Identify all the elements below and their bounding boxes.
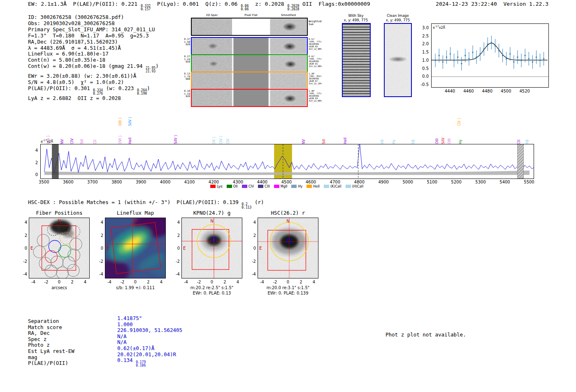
cutout-x-axis: -4-2024 bbox=[105, 280, 166, 285]
tick-label: 0 bbox=[253, 246, 256, 251]
emission-line-label: OIII bbox=[448, 139, 451, 144]
fiber-id-label: 1.30" (499, 775) 20190302 v028_03 314_LU… bbox=[309, 90, 322, 102]
weighted-sum-label: Weighted Sum bbox=[309, 20, 321, 26]
emission-line-labels: OIII }SiIV }CIII }LyA }NVCIVSiIICIIOVI }… bbox=[40, 106, 533, 144]
north-label: N bbox=[58, 219, 60, 223]
tick-label: 4 bbox=[35, 148, 38, 153]
emission-line-label: CIV bbox=[70, 139, 74, 144]
emission-line-label: Hγ bbox=[392, 139, 396, 144]
tick-label: 4 bbox=[177, 220, 180, 225]
spec2d-col-header: Smoothed bbox=[270, 14, 307, 17]
east-label: E bbox=[30, 246, 33, 251]
tick-label: -0.5 bbox=[420, 82, 429, 87]
legend-swatch bbox=[227, 185, 232, 188]
tick-label: 4 bbox=[253, 220, 256, 225]
info-line: LyA z = 2.6882 OII z = 0.2028 bbox=[28, 95, 159, 102]
line-fit-y-axis: 3.02.52.01.51.00.50.0-0.5 bbox=[416, 23, 430, 88]
emission-line-label: SiII bbox=[322, 139, 326, 144]
cutout-y-axis: 420-2-4 bbox=[98, 218, 104, 278]
tick-label: -2 bbox=[23, 259, 27, 263]
legend-item: CIV bbox=[242, 185, 254, 188]
emission-line-label: OIII } bbox=[118, 117, 122, 126]
tick-label: 4 bbox=[84, 280, 86, 284]
cutout-y-axis: 420-2-4 bbox=[250, 218, 257, 278]
cutout-y-axis: 420-2-4 bbox=[21, 218, 28, 278]
legend-item: OII bbox=[227, 185, 238, 188]
east-label: E bbox=[259, 246, 262, 251]
full-spectrum-plot bbox=[40, 144, 534, 179]
info-line: Cont(n) = 5.80(±0.35)e-18 bbox=[28, 57, 159, 63]
emission-line-label: Hβ bbox=[525, 139, 529, 144]
cutout-xlabel2: EWr: 0. PLAE: 0.13 bbox=[173, 291, 251, 295]
legend-item: MgII bbox=[274, 185, 288, 188]
tick-label: -2 bbox=[121, 280, 125, 284]
legend-swatch bbox=[307, 185, 312, 188]
emission-line-label: NV bbox=[60, 139, 64, 144]
cutout-x-axis: -4-2024 bbox=[258, 280, 318, 285]
tick-label: -2 bbox=[176, 259, 180, 263]
tick-label: 0 bbox=[101, 246, 103, 251]
summary-header: EW: 2.1±1.3Å P(LAE)/P(OII): 0.221 0.3320… bbox=[28, 1, 370, 11]
tick-label: -4 bbox=[31, 280, 35, 284]
tick-label: 0.0 bbox=[422, 74, 429, 79]
tick-label: 2 bbox=[253, 233, 256, 237]
fiber-weight-label: 0.37 1.58 028 bbox=[181, 38, 190, 46]
emission-line-label: NV bbox=[302, 139, 306, 144]
spec2d-summary-row bbox=[191, 18, 308, 36]
legend-item: Hγ bbox=[291, 185, 302, 188]
tick-label: 4480 bbox=[482, 89, 492, 93]
emission-line-label: OVI } bbox=[118, 135, 122, 144]
legend-swatch bbox=[274, 185, 279, 188]
match-row-value: 0.134 0.1790.106 bbox=[117, 357, 146, 367]
tick-label: 0 bbox=[58, 280, 60, 284]
north-label: N bbox=[286, 219, 289, 223]
emission-line-label: HeII bbox=[344, 137, 347, 144]
tick-label: 0 bbox=[211, 280, 213, 284]
tick-label: -4 bbox=[107, 280, 111, 284]
spectrum-legend: LyαOIICIVCIIIMgIIHγHeII(K)CaII(H)CaII bbox=[40, 184, 533, 189]
tick-label: -4 bbox=[99, 272, 103, 276]
east-label: E bbox=[107, 246, 109, 251]
hsc-r-cutout: N E bbox=[258, 218, 318, 278]
legend-swatch bbox=[346, 185, 351, 188]
emission-line-label: CII bbox=[93, 140, 97, 144]
info-line: Obs: 20190302v028_3002676258 bbox=[28, 21, 159, 27]
legend-swatch bbox=[291, 185, 297, 188]
fiber-weight-label: 0.13 1.79 008 bbox=[181, 72, 190, 81]
flux-units-label: e-17x2Å bbox=[41, 139, 53, 144]
east-label: E bbox=[183, 246, 186, 251]
tick-label: 4 bbox=[25, 220, 27, 225]
info-line: Primary Spec_Slot_IFU_AMP: 314_027_011_L… bbox=[28, 27, 159, 33]
emission-line-label: Hβ bbox=[411, 139, 415, 144]
flux-units-label: e-17x2Å bbox=[433, 25, 445, 30]
tick-label: 0.5 bbox=[422, 66, 429, 70]
tick-label: 0 bbox=[25, 246, 27, 251]
tick-label: 0 bbox=[35, 172, 38, 177]
fiber-positions-cutout: N E bbox=[29, 218, 90, 278]
with-sky-image bbox=[342, 23, 371, 97]
tick-label: 2 bbox=[71, 280, 73, 284]
tick-label: 2 bbox=[101, 233, 103, 237]
info-line: λ = 4483.69Å σ = 4.51(±1.45)Å bbox=[28, 45, 159, 51]
tick-label: -4 bbox=[23, 272, 27, 276]
tick-label: 4 bbox=[313, 280, 315, 284]
legend-swatch bbox=[242, 185, 247, 188]
line-fit-x-axis: 44404460448045004520 bbox=[431, 89, 549, 94]
tick-label: -2 bbox=[44, 280, 49, 284]
fiber-id-label: 1.28" (502, 952) 20190302 v028_07 314_LU… bbox=[309, 72, 322, 85]
spec2d-fiber-row bbox=[191, 37, 308, 55]
info-line: LineFlux = 6.90(±1.80)e-17 bbox=[28, 51, 159, 57]
tick-label: 2 bbox=[223, 280, 226, 284]
tick-label: -4 bbox=[252, 272, 256, 276]
match-row-label: RA, Dec bbox=[28, 330, 50, 336]
fiber-weight-label: 0.10 1.19 028 bbox=[181, 90, 190, 98]
fiber-id-label: 0.91" (499, 775) 20190302 v028_01 314_LU… bbox=[309, 55, 322, 67]
emission-line-label: SiIV bbox=[441, 138, 445, 144]
report-timestamp-version: 2024-12-23 23:22:40 Version 1.22.3 bbox=[436, 1, 548, 7]
spec2d-fiber-row bbox=[191, 54, 308, 72]
cutout-x-axis: -4-2024 bbox=[181, 280, 242, 285]
line-fit-plot: e-17x2Å bbox=[431, 23, 549, 88]
info-line: ID: 3002676258 (3002676258.pdf) bbox=[28, 14, 159, 21]
legend-item: (H)CaII bbox=[346, 185, 363, 188]
match-row-label: Separation bbox=[28, 318, 59, 325]
